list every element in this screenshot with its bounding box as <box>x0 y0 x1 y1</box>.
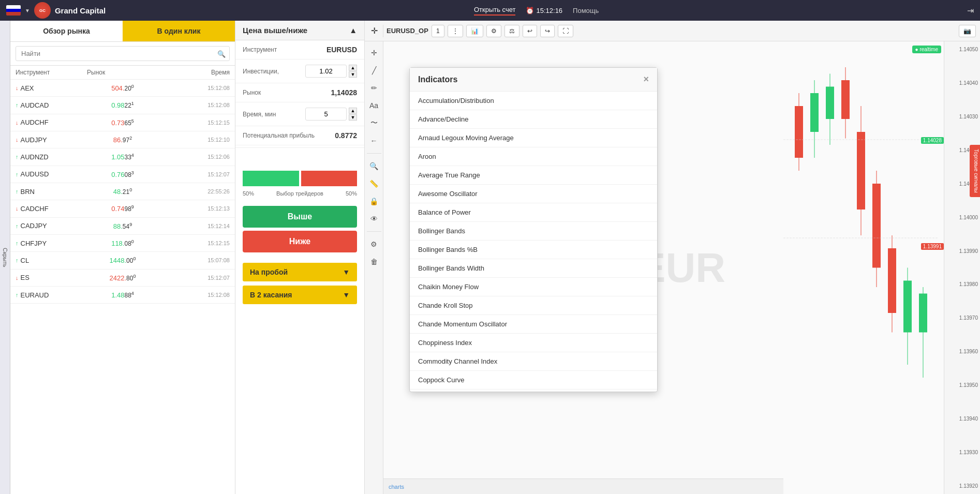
chart-type-btn[interactable]: 📊 <box>466 25 483 37</box>
instrument-name: AUDCHF <box>21 118 49 126</box>
indicator-item[interactable]: Average True Range <box>410 166 657 185</box>
chart-settings-btn[interactable]: ⚙ <box>486 25 501 37</box>
instrument-name: AUDJPY <box>21 136 47 144</box>
lock-icon[interactable]: 🔒 <box>367 194 381 208</box>
list-item[interactable]: ↑ CL 1448.000 15:07:08 <box>10 252 235 269</box>
list-item[interactable]: ↑ AUDNZD 1.05334 15:12:06 <box>10 148 235 166</box>
indicator-item[interactable]: Correlation Coeff <box>410 390 657 392</box>
time-cell: 15:07:08 <box>158 257 230 263</box>
direction-arrow: ↓ <box>16 119 19 126</box>
indicator-item[interactable]: Bollinger Bands Width <box>410 259 657 278</box>
indicator-item[interactable]: Chande Momentum Oscillator <box>410 315 657 334</box>
text-icon[interactable]: Aa <box>367 98 381 113</box>
time-cell: 15:12:07 <box>158 275 230 281</box>
time-input[interactable] <box>305 108 347 121</box>
btn-down[interactable]: Ниже <box>243 231 357 252</box>
btn-up[interactable]: Выше <box>243 206 357 228</box>
trend-line-icon[interactable]: ╱ <box>367 63 381 78</box>
dropdown-breakout[interactable]: На пробой ▼ <box>243 263 357 281</box>
search-input[interactable] <box>16 46 230 61</box>
list-item[interactable]: ↑ AUDUSD 0.76083 15:12:07 <box>10 166 235 183</box>
indicator-item[interactable]: Aroon <box>410 147 657 166</box>
chevron-up-icon[interactable]: ▲ <box>349 26 357 35</box>
time-spinner[interactable]: ▲ ▼ <box>349 108 357 121</box>
crosshair-icon[interactable]: ✛ <box>369 24 380 38</box>
eye-icon[interactable]: 👁 <box>367 212 381 226</box>
price-dec: 88 <box>124 292 131 299</box>
instrument-value: EURUSD <box>326 46 357 54</box>
pen-icon[interactable]: ✏ <box>367 81 381 95</box>
indicator-item[interactable]: Chaikin Money Flow <box>410 278 657 296</box>
pattern-icon[interactable]: 〜 <box>367 116 381 130</box>
list-item[interactable]: ↓ AEX 504.200 15:12:08 <box>10 80 235 97</box>
charts-tab[interactable]: charts <box>389 484 404 490</box>
indicator-item[interactable]: Coppock Curve <box>410 371 657 390</box>
indicators-close-button[interactable]: × <box>643 74 649 85</box>
investment-spin-up[interactable]: ▲ <box>349 65 357 71</box>
magnet-icon[interactable]: ⚙ <box>367 237 381 251</box>
dropdown-two-touch[interactable]: В 2 касания ▼ <box>243 286 357 304</box>
chart-fullscreen-btn[interactable]: ⛶ <box>558 25 573 37</box>
cursor-icon[interactable]: ✛ <box>367 46 381 60</box>
direction-arrow: ↑ <box>16 171 19 177</box>
list-item[interactable]: ↓ CADCHF 0.74989 15:12:13 <box>10 200 235 217</box>
investment-input[interactable] <box>305 65 347 78</box>
list-item[interactable]: ↑ AUDCAD 0.98221 15:12:08 <box>10 97 235 114</box>
direction-arrow: ↑ <box>16 292 19 298</box>
price-sup: 4 <box>131 153 134 158</box>
list-item[interactable]: ↓ ES 2422.800 15:12:07 <box>10 270 235 287</box>
list-item[interactable]: ↓ AUDJPY 86.972 15:12:10 <box>10 131 235 148</box>
arrow-icon[interactable]: ← <box>367 133 381 148</box>
indicator-item[interactable]: Bollinger Bands <box>410 222 657 241</box>
indicator-item[interactable]: Arnaud Legoux Moving Average <box>410 129 657 147</box>
indicator-item[interactable]: Bollinger Bands %B <box>410 241 657 259</box>
price-int: 0.74 <box>111 205 124 213</box>
price-scale: 1.140501.140401.140301.140201.140101.140… <box>944 41 980 494</box>
list-item[interactable]: ↑ CHFJPY 118.080 15:12:15 <box>10 235 235 252</box>
current-price-badge: 1.14028 <box>921 137 944 144</box>
indicator-item[interactable]: Commodity Channel Index <box>410 352 657 371</box>
indicator-item[interactable]: Awesome Oscillator <box>410 185 657 203</box>
list-item[interactable]: ↑ EURAUD 1.48884 15:12:08 <box>10 287 235 304</box>
chart-timeframe[interactable]: 1 <box>432 25 444 37</box>
price-level: 1.14030 <box>946 114 978 119</box>
chart-screenshot-btn[interactable]: 📷 <box>959 25 976 37</box>
logo[interactable]: ▼ GC Grand Capital <box>6 2 106 19</box>
direction-arrow: ↓ <box>16 137 19 143</box>
field-instrument: Инструмент EURUSD <box>235 40 364 59</box>
tab-oneclick[interactable]: В один клик <box>123 21 235 41</box>
list-item[interactable]: ↑ BRN 48.210 22:55:26 <box>10 183 235 200</box>
tab-market[interactable]: Обзор рынка <box>10 21 123 41</box>
delete-icon[interactable]: 🗑 <box>367 255 381 269</box>
chart-redo-btn[interactable]: ↪ <box>540 25 555 37</box>
price-int: 88. <box>113 222 123 230</box>
measure-icon[interactable]: 📏 <box>367 176 381 191</box>
trading-signals-tab[interactable]: Торговые сигналы <box>970 145 980 197</box>
zoom-icon[interactable]: 🔍 <box>367 159 381 173</box>
investment-spinner[interactable]: ▲ ▼ <box>349 65 357 78</box>
time-spin-down[interactable]: ▼ <box>349 114 357 121</box>
indicator-item[interactable]: Balance of Power <box>410 203 657 222</box>
indicator-item[interactable]: Accumulation/Distribution <box>410 92 657 110</box>
chart-more-options[interactable]: ⋮ <box>448 25 463 37</box>
indicator-item[interactable]: Chande Kroll Stop <box>410 296 657 315</box>
time-spin-up[interactable]: ▲ <box>349 108 357 114</box>
chart-compare-btn[interactable]: ⚖ <box>504 25 519 37</box>
svg-rect-7 <box>841 80 850 119</box>
sidebar-toggle[interactable]: Скрыть <box>0 21 10 494</box>
price-level: 1.13970 <box>946 315 978 321</box>
indicator-item[interactable]: Choppiness Index <box>410 334 657 352</box>
investment-spin-down[interactable]: ▼ <box>349 71 357 78</box>
price-sup: 0 <box>129 187 132 192</box>
open-account-button[interactable]: Открыть счет <box>474 6 516 16</box>
logout-icon[interactable]: ⇥ <box>967 6 974 16</box>
chart-undo-btn[interactable]: ↩ <box>523 25 537 37</box>
time-cell: 15:12:06 <box>158 154 230 160</box>
time-cell: 15:12:10 <box>158 137 230 143</box>
list-item[interactable]: ↑ CADJPY 88.549 15:12:14 <box>10 218 235 235</box>
help-link[interactable]: Помощь <box>573 7 599 14</box>
list-item[interactable]: ↓ AUDCHF 0.73655 15:12:15 <box>10 114 235 131</box>
price-dec: 80 <box>126 275 133 282</box>
indicator-item[interactable]: Advance/Decline <box>410 110 657 129</box>
time-cell: 15:12:15 <box>158 119 230 126</box>
